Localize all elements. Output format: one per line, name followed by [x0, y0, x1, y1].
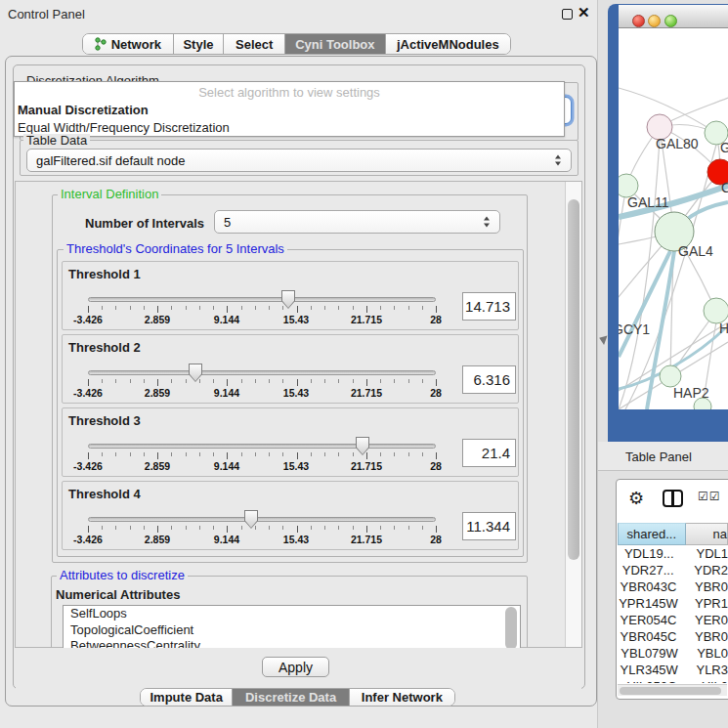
table-panel-title: Table Panel [625, 450, 692, 464]
threshold-2-slider[interactable] [88, 370, 436, 375]
table-hscrollbar[interactable] [618, 684, 727, 696]
table-row[interactable]: YER054CYER0 [618, 612, 728, 628]
threshold-3-panel: Threshold 3 -3.426 2.859 9.144 15.43 21.… [62, 407, 519, 477]
interval-definition-title: Interval Definition [58, 188, 161, 200]
node-label: G [720, 140, 728, 155]
table-row[interactable]: YDR27...YDR2 [618, 562, 728, 578]
tick-label: 28 [411, 314, 460, 325]
tab-cyni-toolbox[interactable]: Cyni Toolbox [285, 34, 386, 54]
minimize-traffic-light[interactable] [648, 15, 661, 27]
tab-jactivemnodules[interactable]: jActiveMNodules [386, 34, 510, 54]
cell: YPR145W [618, 595, 679, 612]
threshold-4-panel: Threshold 4 -3.426 2.859 9.144 15.43 21.… [62, 481, 519, 550]
tick-label: 21.715 [342, 534, 391, 545]
cell: YBL0 [681, 645, 728, 662]
close-traffic-light[interactable] [632, 15, 645, 27]
tab-label: Infer Network [362, 690, 443, 705]
settings-scrollbar-thumb[interactable] [568, 199, 579, 560]
threshold-1-slider[interactable] [88, 297, 436, 302]
gear-icon[interactable]: ⚙ [628, 488, 644, 508]
tab-discretize-data[interactable]: Discretize Data [233, 689, 349, 706]
tab-impute-data[interactable]: Impute Data [141, 689, 233, 706]
node-label: GAL11 [627, 194, 669, 210]
attributes-group-title: Attributes to discretize [57, 569, 188, 581]
num-intervals-label: Number of Intervals [85, 216, 204, 231]
float-icon[interactable] [562, 9, 573, 20]
list-scrollbar[interactable] [505, 607, 517, 650]
cell: YBR043C [618, 578, 679, 595]
tick-label: 15.43 [272, 314, 321, 325]
table-row[interactable]: YBR043CYBR0 [618, 578, 728, 595]
cell: YIL052C [618, 678, 686, 683]
tick-label: -3.426 [64, 460, 112, 472]
cell: YDL19... [618, 545, 680, 562]
table-data-title: Table Data [23, 134, 90, 147]
column-header-name[interactable]: na [686, 523, 728, 545]
tab-select[interactable]: Select [224, 34, 285, 54]
tick-label: 28 [411, 534, 460, 545]
combo-arrows-icon [484, 217, 491, 228]
apply-button[interactable]: Apply [262, 657, 329, 677]
cell: YLR3 [680, 662, 728, 678]
tick-label: 9.144 [202, 460, 251, 472]
tick-label: 28 [411, 460, 460, 472]
cell: YBR0 [679, 578, 728, 595]
node [660, 365, 681, 387]
tick-label: 21.715 [342, 387, 391, 399]
cell: YPR1 [679, 595, 728, 612]
network-window-titlebar[interactable] [619, 5, 728, 28]
control-panel: Control Panel ✕ Network Style Select Cyn… [0, 0, 598, 728]
node-label: GAL80 [656, 136, 699, 151]
table-row[interactable]: YBR045CYBR0 [618, 628, 728, 645]
close-icon[interactable]: ✕ [578, 4, 590, 21]
threshold-4-slider[interactable] [88, 517, 436, 522]
tick-label: 2.859 [133, 387, 182, 399]
tab-network[interactable]: Network [83, 34, 174, 54]
node-label: GAL4 [678, 243, 713, 259]
tab-infer-network[interactable]: Infer Network [350, 689, 454, 706]
tick-label: -3.426 [64, 534, 112, 545]
cell: YDR27... [618, 562, 678, 578]
threshold-3-value[interactable]: 21.4 [462, 439, 516, 467]
numerical-attributes-label: Numerical Attributes [56, 587, 180, 602]
threshold-1-value[interactable]: 14.713 [462, 292, 516, 321]
cell: YER0 [679, 612, 728, 628]
num-intervals-combobox[interactable]: 5 [214, 210, 500, 234]
tick-label: 28 [411, 387, 460, 399]
tab-label: jActiveMNodules [397, 37, 499, 52]
tab-label: Cyni Toolbox [295, 37, 374, 52]
threshold-label: Threshold 2 [68, 340, 141, 355]
tick-label: 21.715 [342, 460, 391, 472]
threshold-2-value[interactable]: 6.316 [462, 365, 516, 394]
threshold-label: Threshold 3 [68, 413, 141, 428]
node-label: C [721, 180, 728, 195]
tab-style[interactable]: Style [174, 34, 225, 54]
cell: YLR345W [618, 662, 680, 678]
table-row[interactable]: YDL19...YDL1 [618, 545, 728, 562]
tab-label: Network [111, 37, 161, 52]
zoom-traffic-light[interactable] [664, 15, 677, 27]
algorithm-dropdown: Select algorithm to view settings Manual… [14, 81, 565, 137]
table-row[interactable]: YIL052CYIL0 [618, 678, 728, 683]
table-data-combobox[interactable]: galFiltered.sif default node [26, 149, 572, 172]
threshold-4-value[interactable]: 11.344 [462, 512, 516, 540]
list-item[interactable]: TopologicalCoefficient [64, 622, 520, 639]
table-row[interactable]: YPR145WYPR1 [618, 595, 728, 612]
tick-label: 2.859 [133, 460, 182, 472]
dropdown-option-manual[interactable]: Manual Discretization [15, 102, 564, 119]
column-header-shared-name[interactable]: shared... [618, 523, 686, 545]
table-row[interactable]: YBL079WYBL0 [618, 645, 728, 662]
table-rows: YDL19...YDL1 YDR27...YDR2 YBR043CYBR0 YP… [618, 545, 728, 683]
cell: YER054C [618, 612, 679, 628]
table-row[interactable]: YLR345WYLR3 [618, 662, 728, 678]
cell: YBL079W [618, 645, 681, 662]
tab-label: Style [183, 37, 213, 52]
threshold-3-slider[interactable] [88, 444, 436, 449]
threshold-label: Threshold 4 [68, 487, 141, 501]
select-columns-icon[interactable]: ☑☑ [698, 490, 721, 503]
dropdown-option-equal-width[interactable]: Equal Width/Frequency Discretization [15, 119, 564, 137]
network-canvas[interactable]: GAL80 GAL11 GAL4 GCY1 HAP2 G C H [619, 28, 728, 409]
thresholds-group-title: Threshold's Coordinates for 5 Intervals [64, 242, 287, 255]
columns-icon[interactable] [663, 490, 683, 507]
list-item[interactable]: SelfLoops [64, 606, 520, 622]
